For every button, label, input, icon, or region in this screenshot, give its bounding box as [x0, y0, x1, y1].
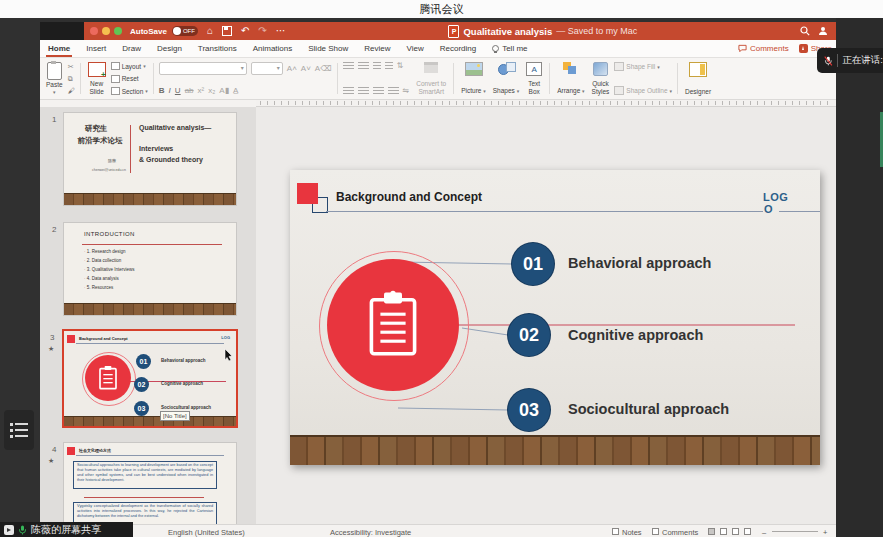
strikethrough-button[interactable]: ab [185, 87, 194, 95]
clear-formatting-icon[interactable]: A⌫ [315, 65, 332, 73]
superscript-button[interactable]: x² [198, 87, 205, 95]
cut-icon[interactable]: ✂ [68, 63, 75, 70]
paste-button[interactable]: Paste ▾ [44, 61, 65, 96]
italic-button[interactable]: I [169, 87, 171, 95]
comments-status-icon[interactable] [652, 528, 659, 535]
tell-me-button[interactable]: Tell me [484, 44, 535, 53]
editing-canvas[interactable]: Background and Concept LOG O [256, 107, 836, 524]
tab-design[interactable]: Design [149, 40, 190, 57]
comments-status-button[interactable]: Comments [662, 528, 698, 537]
language-status[interactable]: English (United States) [168, 528, 245, 537]
tab-home[interactable]: Home [40, 40, 78, 57]
main-slide[interactable]: Background and Concept LOG O [290, 170, 820, 465]
zoom-out-button[interactable]: – [762, 528, 766, 537]
subscript-button[interactable]: x₂ [208, 87, 215, 95]
align-center-icon[interactable] [358, 87, 369, 95]
copy-icon[interactable]: ⧉ [68, 75, 75, 82]
undo-icon[interactable]: ↶ [241, 26, 249, 36]
powerpoint-window: AutoSave OFF ⌂ ↶ ↷ ⋯ P Qualitative analy… [40, 22, 836, 537]
shape-outline-button[interactable]: Shape Outline▾ [614, 86, 672, 95]
highlight-color-icon[interactable]: A▮ [219, 87, 229, 95]
tab-view[interactable]: View [399, 40, 432, 57]
slide-3-thumbnail-selected[interactable]: Background and Concept LOG 01 02 03 [62, 329, 238, 428]
screen-share-icon [4, 525, 14, 535]
tab-insert[interactable]: Insert [78, 40, 114, 57]
shapes-button[interactable]: Shapes ▾ [491, 61, 521, 96]
font-name-combobox[interactable] [159, 62, 247, 75]
paragraph-group: ⇅ ⇋ [343, 61, 410, 96]
numbering-icon[interactable] [358, 62, 369, 70]
text-box-button[interactable]: A TextBox [524, 61, 544, 96]
document-save-status[interactable]: — Saved to my Mac [556, 26, 637, 36]
slideshow-view-icon[interactable] [744, 528, 751, 535]
search-icon[interactable] [800, 26, 810, 36]
section-button[interactable]: Section▾ [111, 87, 148, 95]
slide-2-thumbnail[interactable]: INTRODUCTION 1. Research design 2. Data … [64, 223, 236, 315]
slide-title[interactable]: Background and Concept [336, 190, 482, 204]
line-spacing-icon[interactable]: ⇅ [397, 62, 404, 70]
slide-4-thumbnail[interactable]: 社会文化理论方法 Sociocultural approaches to lea… [64, 443, 236, 524]
slide-1-thumbnail[interactable]: 研究生 前沿学术论坛 陈薇 chenwei@univ.edu.cn Qualit… [64, 113, 236, 205]
zoom-window-button[interactable] [114, 27, 122, 35]
item-label-cognitive[interactable]: Cognitive approach [568, 327, 703, 343]
decrease-indent-icon[interactable] [373, 62, 381, 70]
screen: 腾讯会议 AutoSave OFF ⌂ ↶ ↷ ⋯ P Qualitative … [0, 0, 883, 537]
shrink-font-icon[interactable]: A˅ [301, 65, 311, 73]
text-direction-icon[interactable]: ⇋ [403, 87, 410, 95]
comments-button[interactable]: Comments [738, 44, 789, 53]
reading-view-icon[interactable] [732, 528, 739, 535]
bold-button[interactable]: B [159, 87, 165, 95]
underline-button[interactable]: U [175, 87, 181, 95]
shape-fill-button[interactable]: Shape Fill▾ [614, 62, 672, 71]
slide4-title: 社会文化理论方法 [79, 448, 111, 453]
zoom-in-button[interactable]: + [823, 528, 827, 537]
autosave-toggle[interactable]: OFF [172, 26, 198, 36]
item-label-sociocultural[interactable]: Sociocultural approach [568, 401, 729, 417]
tab-slide-show[interactable]: Slide Show [300, 40, 356, 57]
new-slide-button[interactable]: NewSlide [86, 61, 108, 96]
number-circle-03[interactable]: 03 [508, 389, 550, 431]
format-painter-icon[interactable]: 🖌 [68, 87, 75, 94]
red-circle-graphic[interactable] [327, 259, 459, 391]
tab-animations[interactable]: Animations [245, 40, 301, 57]
home-icon[interactable]: ⌂ [207, 26, 213, 36]
align-left-icon[interactable] [343, 87, 354, 95]
arrange-button[interactable]: Arrange ▾ [555, 61, 586, 96]
more-commands-icon[interactable]: ⋯ [276, 26, 286, 36]
quick-styles-button[interactable]: QuickStyles [590, 61, 612, 96]
tab-draw[interactable]: Draw [114, 40, 149, 57]
notes-icon[interactable] [612, 528, 619, 535]
font-size-combobox[interactable] [251, 62, 283, 75]
slide-sorter-view-icon[interactable] [720, 528, 727, 535]
tab-transitions[interactable]: Transitions [190, 40, 245, 57]
minimize-window-button[interactable] [102, 27, 110, 35]
align-right-icon[interactable] [373, 87, 384, 95]
convert-to-smartart-button[interactable]: Convert toSmartArt [414, 61, 448, 96]
muted-microphone-icon[interactable] [824, 54, 833, 68]
number-circle-02[interactable]: 02 [508, 314, 550, 356]
designer-button[interactable]: Designer [683, 61, 713, 96]
tab-recording[interactable]: Recording [432, 40, 484, 57]
reset-button[interactable]: Reset [111, 75, 148, 83]
grow-font-icon[interactable]: A˄ [287, 65, 297, 73]
picture-button[interactable]: Picture ▾ [459, 61, 488, 96]
bullets-icon[interactable] [343, 62, 354, 70]
font-color-icon[interactable]: A̲ [233, 87, 238, 95]
save-icon[interactable] [222, 26, 232, 36]
increase-indent-icon[interactable] [385, 62, 393, 70]
close-window-button[interactable] [90, 27, 98, 35]
layout-button[interactable]: Layout▾ [111, 62, 148, 70]
zoom-slider[interactable] [772, 531, 818, 532]
tab-review[interactable]: Review [356, 40, 398, 57]
redo-icon[interactable]: ↷ [258, 26, 266, 36]
justify-icon[interactable] [388, 87, 399, 95]
slide4-quote-2: Vygotsky conceptualized development as t… [73, 502, 217, 524]
account-icon[interactable] [818, 26, 828, 36]
normal-view-icon[interactable] [708, 528, 715, 535]
item-label-behavioral[interactable]: Behavioral approach [568, 255, 711, 271]
participant-list-button[interactable] [4, 410, 34, 450]
accessibility-status[interactable]: Accessibility: Investigate [330, 528, 411, 537]
status-bar: English (United States) Accessibility: I… [40, 524, 836, 537]
notes-button[interactable]: Notes [622, 528, 642, 537]
number-circle-01[interactable]: 01 [512, 243, 554, 285]
